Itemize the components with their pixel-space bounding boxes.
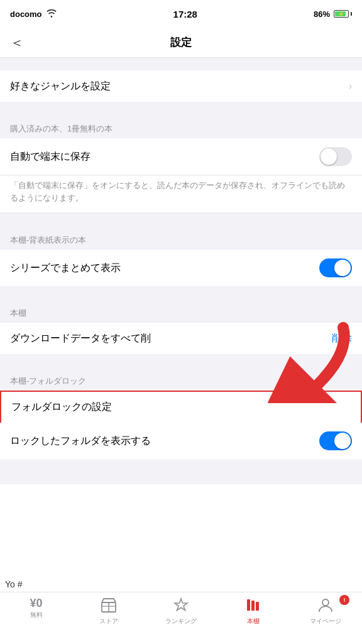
section-bookshelf-bg-body: シリーズでまとめて表示 — [0, 250, 362, 286]
svg-rect-4 — [247, 599, 250, 611]
free-label: 無料 — [30, 611, 43, 619]
mypage-icon — [317, 597, 334, 615]
bookshelf-icon — [245, 597, 261, 615]
row-genre-setting[interactable]: 好きなジャンルを設定 › — [0, 70, 362, 102]
settings-content: 好きなジャンルを設定 › 購入済みの本、1冊無料の本 自動で端末に保存 「自動で… — [0, 58, 362, 484]
row-download-delete: ダウンロードデータをすべて削 削除 — [0, 323, 362, 354]
yo-partial-text: Yo # — [0, 577, 28, 592]
carrier-label: docomo — [10, 9, 42, 19]
section-purchase: 購入済みの本、1冊無料の本 自動で端末に保存 「自動で端末に保存」をオンにすると… — [0, 114, 362, 213]
nav-item-bookshelf[interactable]: 本棚 — [217, 597, 290, 626]
chevron-right-icon: › — [349, 80, 352, 92]
wifi-icon — [46, 9, 57, 19]
battery-icon: ⚡ — [334, 10, 352, 18]
bottom-nav: ¥0 無料 ストア ランキング — [0, 592, 362, 644]
svg-rect-6 — [256, 602, 259, 611]
show-locked-folder-label: ロックしたフォルダを表示する — [10, 435, 319, 448]
section-purchase-body: 自動で端末に保存 「自動で端末に保存」をオンにすると、読んだ本のデータが保存され… — [0, 138, 362, 213]
ranking-icon — [173, 597, 189, 615]
battery-pct: 86% — [314, 9, 330, 19]
nav-item-free[interactable]: ¥0 無料 — [0, 597, 72, 619]
auto-save-label: 自動で端末に保存 — [10, 150, 319, 164]
section-bookshelf-bg-header: 本棚-背表紙表示の本 — [0, 226, 362, 250]
section-folder-lock-body: フォルダロックの設定 ロックしたフォルダを表示する — [0, 391, 362, 459]
nav-item-mypage[interactable]: ! マイページ — [290, 597, 362, 626]
series-group-toggle[interactable] — [319, 258, 352, 277]
genre-setting-label: 好きなジャンルを設定 — [10, 80, 349, 93]
svg-rect-5 — [251, 601, 255, 611]
page-title: 設定 — [170, 35, 192, 50]
mypage-badge: ! — [339, 595, 349, 605]
folder-lock-row-wrapper: フォルダロックの設定 — [0, 391, 362, 423]
download-delete-label: ダウンロードデータをすべて削 — [10, 332, 332, 345]
section-folder-lock-header: 本棚-フォルダロック — [0, 367, 362, 391]
status-time: 17:28 — [173, 9, 197, 19]
section-bookshelf-header: 本棚 — [0, 299, 362, 323]
nav-bar: ＜ 設定 — [0, 28, 362, 58]
delete-action-button[interactable]: 削除 — [332, 332, 352, 345]
store-label: ストア — [99, 617, 118, 626]
show-locked-folder-toggle[interactable] — [319, 431, 352, 450]
section-genre: 好きなジャンルを設定 › — [0, 70, 362, 102]
section-genre-body: 好きなジャンルを設定 › — [0, 70, 362, 102]
row-show-locked-folder: ロックしたフォルダを表示する — [0, 423, 362, 459]
folder-lock-setting-label: フォルダロックの設定 — [11, 401, 351, 414]
battery-bolt-icon: ⚡ — [338, 11, 344, 17]
status-left: docomo — [10, 9, 57, 19]
free-icon: ¥0 — [30, 597, 43, 609]
svg-point-7 — [322, 599, 329, 606]
nav-item-store[interactable]: ストア — [72, 597, 145, 626]
series-group-label: シリーズでまとめて表示 — [10, 262, 319, 275]
row-series-group: シリーズでまとめて表示 — [0, 250, 362, 286]
row-auto-save: 自動で端末に保存 — [0, 138, 362, 175]
status-bar: docomo 17:28 86% ⚡ — [0, 0, 362, 28]
store-icon — [101, 597, 117, 615]
section-bookshelf-body: ダウンロードデータをすべて削 削除 — [0, 323, 362, 354]
row-folder-lock-setting[interactable]: フォルダロックの設定 — [0, 391, 362, 423]
section-purchase-header: 購入済みの本、1冊無料の本 — [0, 114, 362, 138]
ranking-label: ランキング — [165, 617, 197, 626]
mypage-label: マイページ — [310, 617, 341, 626]
section-bookshelf: 本棚 ダウンロードデータをすべて削 削除 — [0, 299, 362, 354]
nav-item-ranking[interactable]: ランキング — [145, 597, 217, 626]
auto-save-toggle[interactable] — [319, 147, 352, 166]
section-bookshelf-bg: 本棚-背表紙表示の本 シリーズでまとめて表示 — [0, 226, 362, 286]
status-right: 86% ⚡ — [314, 9, 352, 19]
back-button[interactable]: ＜ — [10, 36, 24, 50]
auto-save-description: 「自動で端末に保存」をオンにすると、読んだ本のデータが保存され、オフラインでも読… — [0, 175, 362, 213]
bookshelf-label: 本棚 — [247, 617, 260, 626]
section-folder-lock: 本棚-フォルダロック フォルダロックの設定 — [0, 367, 362, 459]
